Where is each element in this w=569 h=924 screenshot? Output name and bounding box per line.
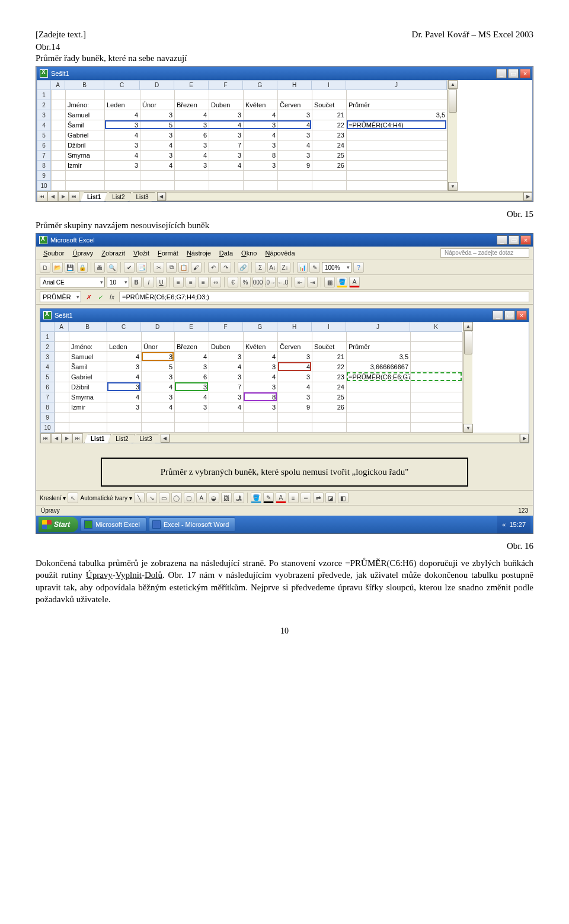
cell[interactable]: 3 [278, 392, 312, 402]
save-icon[interactable]: 💾 [65, 262, 75, 273]
cell[interactable]: 6 [175, 372, 209, 382]
cell[interactable] [347, 413, 411, 423]
cell[interactable] [411, 372, 463, 382]
minimize-button[interactable]: _ [496, 69, 507, 78]
cell[interactable] [105, 181, 140, 191]
line-icon[interactable]: ╲ [134, 493, 145, 503]
cell[interactable] [52, 90, 66, 100]
cell[interactable]: 4 [107, 352, 142, 362]
cell[interactable] [175, 171, 209, 181]
align-left-icon[interactable]: ≡ [173, 277, 184, 287]
cell[interactable]: 4 [244, 130, 278, 140]
vertical-scrollbar[interactable]: ▲ ▼ [463, 322, 472, 433]
cell[interactable] [55, 382, 69, 392]
cell[interactable] [347, 130, 447, 140]
menu-item[interactable]: Vložit [130, 248, 153, 258]
taskbar-item-excel[interactable]: Microsoft Excel [81, 517, 146, 532]
align-right-icon[interactable]: ≡ [198, 277, 209, 287]
decrease-decimal-icon[interactable]: ←.0 [277, 277, 288, 287]
first-sheet-button[interactable]: ⏮ [37, 191, 47, 202]
cell[interactable]: Smyrna [69, 392, 107, 402]
cell[interactable]: Gabriel [66, 130, 105, 140]
column-header[interactable]: A [55, 322, 69, 332]
column-header[interactable]: D [141, 322, 174, 332]
sheet-tab[interactable]: List1 [81, 192, 107, 202]
cell[interactable]: 3 [175, 140, 209, 151]
cell[interactable] [140, 90, 175, 100]
cell[interactable]: Izmir [66, 161, 105, 171]
cell[interactable]: 24 [312, 382, 347, 392]
menu-item[interactable]: Nástroje [183, 248, 215, 258]
cell[interactable] [347, 392, 411, 402]
cell[interactable] [52, 140, 66, 151]
next-sheet-button[interactable]: ▶ [58, 191, 69, 202]
row-header[interactable]: 7 [40, 392, 55, 402]
column-header[interactable]: B [65, 80, 104, 90]
cell[interactable]: 23 [312, 130, 347, 140]
cell[interactable]: 3 [142, 372, 175, 382]
cell[interactable]: 3 [209, 130, 244, 140]
row-header[interactable]: 5 [40, 372, 55, 382]
cell[interactable]: 21 [312, 110, 347, 120]
cell[interactable] [244, 181, 278, 191]
cell[interactable]: 4 [278, 120, 312, 130]
help-icon[interactable]: ? [353, 262, 364, 273]
cell[interactable]: 4 [175, 352, 209, 362]
cell[interactable]: Duben [209, 100, 244, 110]
column-header[interactable]: B [69, 322, 107, 332]
cell[interactable] [347, 382, 411, 392]
row-header[interactable]: 10 [40, 423, 55, 433]
cell[interactable] [209, 413, 244, 423]
cell[interactable] [66, 90, 105, 100]
cell[interactable] [347, 90, 447, 100]
scroll-left-icon[interactable]: ◀ [161, 434, 170, 443]
cell[interactable]: 3 [209, 372, 244, 382]
menu-item[interactable]: Formát [154, 248, 182, 258]
dash-style-icon[interactable]: ┅ [301, 493, 311, 503]
font-color-icon[interactable]: A [349, 277, 360, 287]
cell[interactable]: 3 [140, 130, 175, 140]
cell[interactable] [55, 352, 69, 362]
cell[interactable]: 25 [312, 151, 347, 161]
cell[interactable] [55, 372, 69, 382]
cell[interactable] [244, 423, 278, 433]
column-header[interactable]: C [107, 322, 141, 332]
cell[interactable] [278, 90, 312, 100]
horizontal-scrollbar[interactable]: ◀ ▶ [157, 192, 532, 201]
row-header[interactable]: 10 [37, 181, 51, 191]
cell[interactable] [175, 413, 209, 423]
column-header[interactable]: I [312, 80, 346, 90]
cell[interactable] [55, 413, 69, 423]
row-header[interactable]: 1 [40, 332, 55, 342]
cell[interactable] [69, 332, 107, 342]
prev-sheet-button[interactable]: ◀ [47, 191, 58, 202]
cell[interactable] [175, 90, 209, 100]
line-style-icon[interactable]: ≡ [288, 493, 299, 503]
cell[interactable] [347, 181, 447, 191]
cell[interactable] [312, 181, 347, 191]
scroll-left-icon[interactable]: ◀ [157, 192, 166, 201]
cell[interactable]: Únor [140, 100, 175, 110]
cell[interactable] [52, 151, 66, 161]
sheet-tab[interactable]: List3 [133, 434, 158, 443]
menu-item[interactable]: Data [216, 248, 236, 258]
cell[interactable]: 6 [175, 130, 209, 140]
cell[interactable]: 4 [244, 372, 278, 382]
cell[interactable]: 3 [278, 372, 312, 382]
cell[interactable]: 21 [312, 352, 347, 362]
cell[interactable]: Březen [175, 342, 209, 352]
sheet-tab[interactable]: List2 [109, 434, 135, 443]
cell[interactable] [209, 332, 244, 342]
font-combo[interactable]: Arial CE [40, 277, 105, 287]
cell[interactable]: 3 [244, 402, 278, 413]
comma-icon[interactable]: 000 [252, 277, 263, 287]
cell[interactable] [244, 90, 278, 100]
cell[interactable]: 4 [105, 151, 140, 161]
scroll-down-icon[interactable]: ▼ [463, 424, 473, 433]
cut-icon[interactable]: ✂ [154, 262, 164, 273]
font-size-combo[interactable]: 10 [107, 277, 129, 287]
cell[interactable] [107, 413, 142, 423]
cell[interactable]: 4 [140, 161, 175, 171]
select-all-corner[interactable] [37, 80, 51, 90]
cell[interactable] [411, 392, 463, 402]
